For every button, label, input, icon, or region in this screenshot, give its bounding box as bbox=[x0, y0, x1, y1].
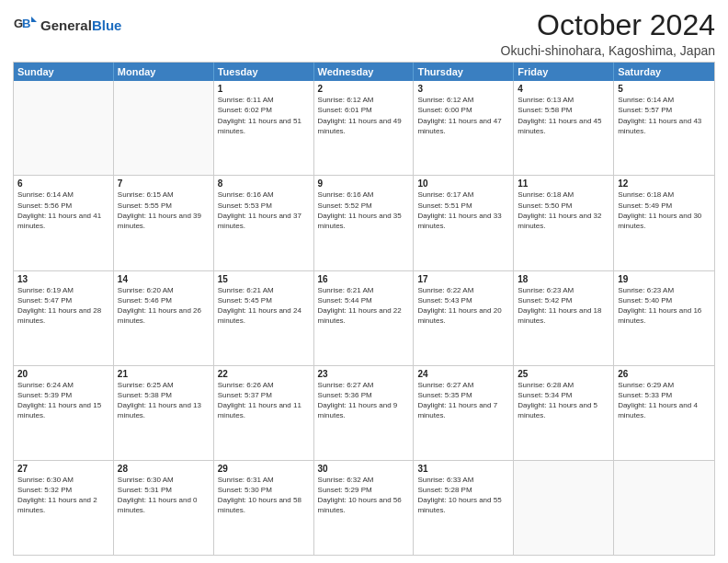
cell-3-6: 26Sunrise: 6:29 AM Sunset: 5:33 PM Dayli… bbox=[614, 366, 714, 460]
logo-general: General bbox=[40, 17, 92, 33]
day-number-15: 15 bbox=[218, 274, 310, 284]
cell-4-6 bbox=[614, 461, 714, 555]
cell-info-10: Sunrise: 6:17 AM Sunset: 5:51 PM Dayligh… bbox=[417, 190, 509, 231]
cell-2-3: 16Sunrise: 6:21 AM Sunset: 5:44 PM Dayli… bbox=[314, 271, 415, 365]
cell-1-5: 11Sunrise: 6:18 AM Sunset: 5:50 PM Dayli… bbox=[514, 176, 614, 270]
cell-3-3: 23Sunrise: 6:27 AM Sunset: 5:36 PM Dayli… bbox=[314, 366, 415, 460]
week-row-1: 6Sunrise: 6:14 AM Sunset: 5:56 PM Daylig… bbox=[14, 176, 714, 270]
cell-info-5: Sunrise: 6:14 AM Sunset: 5:57 PM Dayligh… bbox=[618, 95, 711, 136]
cell-4-2: 29Sunrise: 6:31 AM Sunset: 5:30 PM Dayli… bbox=[214, 461, 314, 555]
cell-2-5: 18Sunrise: 6:23 AM Sunset: 5:42 PM Dayli… bbox=[514, 271, 614, 365]
cell-0-5: 4Sunrise: 6:13 AM Sunset: 5:58 PM Daylig… bbox=[514, 81, 614, 175]
day-number-22: 22 bbox=[218, 369, 310, 379]
cell-info-26: Sunrise: 6:29 AM Sunset: 5:33 PM Dayligh… bbox=[618, 380, 711, 421]
header-sunday: Sunday bbox=[14, 63, 114, 81]
cell-4-5 bbox=[514, 461, 614, 555]
cell-0-2: 1Sunrise: 6:11 AM Sunset: 6:02 PM Daylig… bbox=[214, 81, 314, 175]
cell-info-21: Sunrise: 6:25 AM Sunset: 5:38 PM Dayligh… bbox=[118, 380, 210, 421]
cell-info-19: Sunrise: 6:23 AM Sunset: 5:40 PM Dayligh… bbox=[618, 285, 711, 327]
week-row-3: 20Sunrise: 6:24 AM Sunset: 5:39 PM Dayli… bbox=[14, 366, 714, 461]
cell-0-0 bbox=[14, 81, 114, 175]
cell-info-6: Sunrise: 6:14 AM Sunset: 5:56 PM Dayligh… bbox=[17, 190, 109, 231]
cell-info-25: Sunrise: 6:28 AM Sunset: 5:34 PM Dayligh… bbox=[518, 380, 609, 421]
calendar: Sunday Monday Tuesday Wednesday Thursday… bbox=[13, 62, 715, 556]
cell-2-2: 15Sunrise: 6:21 AM Sunset: 5:45 PM Dayli… bbox=[214, 271, 314, 365]
cell-4-0: 27Sunrise: 6:30 AM Sunset: 5:32 PM Dayli… bbox=[14, 461, 114, 555]
day-number-30: 30 bbox=[318, 464, 410, 474]
cell-1-6: 12Sunrise: 6:18 AM Sunset: 5:49 PM Dayli… bbox=[614, 176, 714, 270]
cell-1-1: 7Sunrise: 6:15 AM Sunset: 5:55 PM Daylig… bbox=[114, 176, 214, 270]
header: G B GeneralBlue October 2024 Okuchi-shin… bbox=[13, 9, 715, 58]
cell-info-11: Sunrise: 6:18 AM Sunset: 5:50 PM Dayligh… bbox=[518, 190, 609, 231]
cell-info-3: Sunrise: 6:12 AM Sunset: 6:00 PM Dayligh… bbox=[417, 95, 509, 136]
day-number-28: 28 bbox=[118, 464, 210, 474]
day-number-21: 21 bbox=[118, 369, 210, 379]
day-number-18: 18 bbox=[518, 274, 609, 284]
cell-info-27: Sunrise: 6:30 AM Sunset: 5:32 PM Dayligh… bbox=[17, 475, 109, 516]
cell-info-15: Sunrise: 6:21 AM Sunset: 5:45 PM Dayligh… bbox=[218, 285, 310, 327]
logo-icon: G B bbox=[13, 13, 39, 39]
day-number-10: 10 bbox=[417, 178, 509, 189]
cell-0-4: 3Sunrise: 6:12 AM Sunset: 6:00 PM Daylig… bbox=[414, 81, 514, 175]
cell-info-17: Sunrise: 6:22 AM Sunset: 5:43 PM Dayligh… bbox=[417, 285, 509, 327]
cell-3-0: 20Sunrise: 6:24 AM Sunset: 5:39 PM Dayli… bbox=[14, 366, 114, 460]
day-number-27: 27 bbox=[17, 464, 109, 474]
cell-info-12: Sunrise: 6:18 AM Sunset: 5:49 PM Dayligh… bbox=[618, 190, 711, 231]
page: G B GeneralBlue October 2024 Okuchi-shin… bbox=[0, 0, 728, 563]
cell-info-22: Sunrise: 6:26 AM Sunset: 5:37 PM Dayligh… bbox=[218, 380, 310, 421]
cell-info-24: Sunrise: 6:27 AM Sunset: 5:35 PM Dayligh… bbox=[417, 380, 509, 421]
day-number-1: 1 bbox=[218, 84, 310, 94]
cell-0-3: 2Sunrise: 6:12 AM Sunset: 6:01 PM Daylig… bbox=[314, 81, 415, 175]
day-number-14: 14 bbox=[118, 274, 210, 284]
day-number-11: 11 bbox=[518, 178, 609, 189]
cell-info-18: Sunrise: 6:23 AM Sunset: 5:42 PM Dayligh… bbox=[518, 285, 609, 327]
cell-info-16: Sunrise: 6:21 AM Sunset: 5:44 PM Dayligh… bbox=[318, 285, 410, 327]
day-number-4: 4 bbox=[518, 84, 609, 94]
day-number-3: 3 bbox=[417, 84, 509, 94]
cell-info-30: Sunrise: 6:32 AM Sunset: 5:29 PM Dayligh… bbox=[318, 475, 410, 516]
week-row-4: 27Sunrise: 6:30 AM Sunset: 5:32 PM Dayli… bbox=[14, 461, 714, 555]
cell-3-1: 21Sunrise: 6:25 AM Sunset: 5:38 PM Dayli… bbox=[114, 366, 214, 460]
day-number-5: 5 bbox=[618, 84, 711, 94]
cell-info-28: Sunrise: 6:30 AM Sunset: 5:31 PM Dayligh… bbox=[118, 475, 210, 516]
day-number-2: 2 bbox=[318, 84, 410, 94]
day-number-23: 23 bbox=[318, 369, 410, 379]
cell-2-4: 17Sunrise: 6:22 AM Sunset: 5:43 PM Dayli… bbox=[414, 271, 514, 365]
day-number-25: 25 bbox=[518, 369, 609, 379]
day-number-6: 6 bbox=[17, 178, 109, 189]
week-row-2: 13Sunrise: 6:19 AM Sunset: 5:47 PM Dayli… bbox=[14, 271, 714, 366]
day-number-13: 13 bbox=[17, 274, 109, 284]
header-tuesday: Tuesday bbox=[214, 63, 314, 81]
title-area: October 2024 Okuchi-shinohara, Kagoshima… bbox=[501, 9, 715, 58]
header-friday: Friday bbox=[514, 63, 614, 81]
day-number-20: 20 bbox=[17, 369, 109, 379]
day-number-16: 16 bbox=[318, 274, 410, 284]
cell-1-0: 6Sunrise: 6:14 AM Sunset: 5:56 PM Daylig… bbox=[14, 176, 114, 270]
cell-info-29: Sunrise: 6:31 AM Sunset: 5:30 PM Dayligh… bbox=[218, 475, 310, 516]
month-title: October 2024 bbox=[501, 9, 715, 41]
cell-info-1: Sunrise: 6:11 AM Sunset: 6:02 PM Dayligh… bbox=[218, 95, 310, 136]
header-saturday: Saturday bbox=[614, 63, 714, 81]
day-number-12: 12 bbox=[618, 178, 711, 189]
header-thursday: Thursday bbox=[414, 63, 514, 81]
cell-4-4: 31Sunrise: 6:33 AM Sunset: 5:28 PM Dayli… bbox=[414, 461, 514, 555]
cell-info-9: Sunrise: 6:16 AM Sunset: 5:52 PM Dayligh… bbox=[318, 190, 410, 231]
cell-info-31: Sunrise: 6:33 AM Sunset: 5:28 PM Dayligh… bbox=[417, 475, 509, 516]
cell-0-6: 5Sunrise: 6:14 AM Sunset: 5:57 PM Daylig… bbox=[614, 81, 714, 175]
cell-info-13: Sunrise: 6:19 AM Sunset: 5:47 PM Dayligh… bbox=[17, 285, 109, 327]
logo-area: G B GeneralBlue bbox=[13, 9, 121, 39]
calendar-header: Sunday Monday Tuesday Wednesday Thursday… bbox=[14, 63, 714, 81]
cell-3-4: 24Sunrise: 6:27 AM Sunset: 5:35 PM Dayli… bbox=[414, 366, 514, 460]
logo-blue: Blue bbox=[92, 17, 122, 33]
svg-text:B: B bbox=[22, 17, 30, 30]
cell-1-4: 10Sunrise: 6:17 AM Sunset: 5:51 PM Dayli… bbox=[414, 176, 514, 270]
header-wednesday: Wednesday bbox=[314, 63, 415, 81]
calendar-body: 1Sunrise: 6:11 AM Sunset: 6:02 PM Daylig… bbox=[14, 81, 714, 555]
cell-info-7: Sunrise: 6:15 AM Sunset: 5:55 PM Dayligh… bbox=[118, 190, 210, 231]
day-number-7: 7 bbox=[118, 178, 210, 189]
cell-3-2: 22Sunrise: 6:26 AM Sunset: 5:37 PM Dayli… bbox=[214, 366, 314, 460]
cell-info-8: Sunrise: 6:16 AM Sunset: 5:53 PM Dayligh… bbox=[218, 190, 310, 231]
day-number-29: 29 bbox=[218, 464, 310, 474]
day-number-31: 31 bbox=[417, 464, 509, 474]
cell-1-3: 9Sunrise: 6:16 AM Sunset: 5:52 PM Daylig… bbox=[314, 176, 415, 270]
